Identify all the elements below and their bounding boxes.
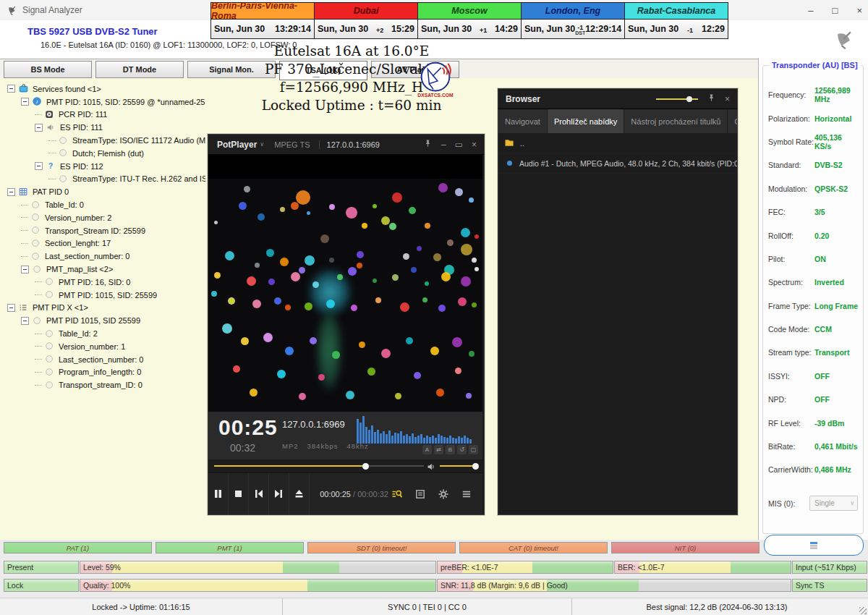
menu-button[interactable] bbox=[458, 485, 475, 503]
collapse-icon[interactable] bbox=[35, 124, 43, 132]
video-dot bbox=[373, 279, 377, 283]
signal-bar: Present bbox=[4, 561, 79, 574]
tree-item[interactable]: PMT PID: 16, SID: 0 bbox=[6, 276, 205, 289]
tree-item[interactable]: StreamType: ISO/IEC 11172 Audio (MPEG-1)… bbox=[6, 134, 205, 147]
tree-item[interactable]: Transport_stream_ID: 0 bbox=[6, 378, 205, 391]
minimize-button[interactable]: – bbox=[441, 140, 446, 150]
resize-grip[interactable] bbox=[859, 607, 867, 614]
browser-tab[interactable]: Navigovat bbox=[498, 109, 548, 133]
video-dot bbox=[274, 297, 281, 305]
tree-item[interactable]: Version_number: 2 bbox=[6, 211, 205, 224]
browser-tab[interactable]: Prohlížeč nabídky bbox=[548, 109, 624, 133]
playlist-button[interactable] bbox=[412, 485, 429, 503]
browser-item[interactable]: Audio #1 - Dutch, MPEG Audio, 48.0 kHz, … bbox=[498, 153, 737, 174]
tree-item[interactable]: Table_Id: 2 bbox=[6, 327, 205, 340]
collapse-icon[interactable] bbox=[21, 317, 29, 325]
psi-status-bars: PAT (1)PMT (1)SDT (0) timeout!CAT (0) ti… bbox=[4, 542, 760, 554]
next-button[interactable] bbox=[269, 473, 289, 514]
video-dot bbox=[244, 186, 250, 192]
dot-icon bbox=[44, 328, 55, 339]
browser-tab[interactable]: Nástroj procházení titulků bbox=[624, 109, 728, 133]
potplayer-titlebar[interactable]: PotPlayer ∨ MPEG TS 127.0.0.1:6969 – ▭ × bbox=[208, 135, 484, 155]
stream-url: 127.0.0.1:6969 bbox=[282, 419, 345, 430]
dot-icon bbox=[30, 200, 41, 211]
restore-button[interactable]: ▭ bbox=[455, 140, 463, 150]
stop-button[interactable] bbox=[229, 473, 249, 514]
mini-button[interactable]: ↺ bbox=[457, 445, 467, 454]
tree-item[interactable]: PMT PID: 1015, SID: 25599 bbox=[6, 289, 205, 302]
tree-item[interactable]: PCR PID: 111 bbox=[6, 109, 205, 122]
param-label: Code Mode: bbox=[768, 325, 814, 334]
browser-titlebar[interactable]: Browser × bbox=[498, 89, 737, 109]
tree-item[interactable]: ?ES PID: 112 bbox=[6, 160, 205, 173]
eject-button[interactable] bbox=[289, 473, 310, 514]
search-button[interactable] bbox=[388, 485, 406, 503]
mini-button[interactable]: ▢ bbox=[469, 445, 478, 454]
mini-button[interactable]: ⇄ bbox=[434, 445, 443, 454]
tree-item[interactable]: Dutch; Flemish (dut) bbox=[6, 147, 205, 160]
video-dot bbox=[277, 370, 286, 378]
gear-button[interactable] bbox=[435, 485, 452, 503]
clock-city: Berlin-Paris-Vienna-Roma bbox=[211, 3, 314, 20]
close-button[interactable]: × bbox=[472, 140, 477, 150]
potplayer-menu[interactable]: PotPlayer bbox=[217, 140, 257, 150]
tree-item[interactable]: Services found <1> bbox=[6, 82, 205, 96]
video-dot bbox=[458, 297, 467, 306]
dot-icon bbox=[44, 354, 55, 365]
collapse-icon[interactable] bbox=[7, 188, 15, 196]
tree-item[interactable]: Section_lenght: 17 bbox=[6, 237, 205, 250]
dot-icon bbox=[58, 135, 69, 146]
maximize-button[interactable]: □ bbox=[833, 5, 838, 16]
tree-item[interactable]: PMT PID 1015, SID 25599 bbox=[6, 314, 205, 327]
collapse-icon[interactable] bbox=[35, 162, 43, 170]
ts-list-button[interactable] bbox=[764, 535, 864, 556]
video-dot bbox=[299, 393, 306, 400]
video-dot bbox=[305, 255, 315, 266]
tree-item[interactable]: PMT PID X <1> bbox=[6, 302, 205, 315]
pin-icon[interactable] bbox=[707, 93, 716, 105]
tab-dt-mode[interactable]: DT Mode bbox=[95, 61, 184, 78]
tree-item[interactable]: PAT PID 0 bbox=[6, 185, 205, 198]
tree-item[interactable]: Version_number: 1 bbox=[6, 340, 205, 353]
tree-item[interactable]: Transport_Stream ID: 25599 bbox=[6, 224, 205, 237]
video-dot bbox=[373, 204, 377, 208]
seek-knob[interactable] bbox=[362, 463, 369, 470]
tree-item[interactable]: Program_info_length: 0 bbox=[6, 366, 205, 379]
tab-bs-mode[interactable]: BS Mode bbox=[4, 61, 92, 78]
clock-dubai: DubaiSun, Jun 30+215:29 bbox=[315, 3, 417, 38]
collapse-icon[interactable] bbox=[7, 304, 15, 312]
volume-bar[interactable] bbox=[440, 465, 476, 467]
tree-item[interactable]: Last_section_number: 0 bbox=[6, 353, 205, 366]
collapse-icon[interactable] bbox=[21, 98, 29, 106]
minimize-button[interactable]: – bbox=[808, 5, 813, 16]
browser-window: Browser × NavigovatProhlížeč nabídkyNást… bbox=[498, 88, 738, 515]
opacity-slider[interactable] bbox=[656, 98, 698, 100]
tree-item[interactable]: Last_section_number: 0 bbox=[6, 250, 205, 263]
param-label: Polarization: bbox=[768, 114, 814, 123]
mis-select[interactable]: Single∨ bbox=[809, 496, 858, 511]
pin-icon[interactable] bbox=[423, 139, 433, 150]
collapse-icon[interactable] bbox=[21, 266, 29, 273]
tree-item[interactable]: ♪PMT PID: 1015, SID: 25599 @ *unnamed-25… bbox=[6, 96, 205, 109]
close-button[interactable]: × bbox=[725, 94, 730, 104]
tree-connector bbox=[35, 372, 42, 373]
close-button[interactable]: × bbox=[856, 5, 862, 16]
speaker-icon[interactable] bbox=[427, 462, 436, 471]
pause-button[interactable] bbox=[208, 473, 229, 514]
video-area[interactable] bbox=[208, 154, 482, 412]
tree-connector bbox=[35, 281, 42, 282]
collapse-icon[interactable] bbox=[7, 85, 15, 93]
tree-item[interactable]: ES PID: 111 bbox=[6, 121, 205, 134]
tree-item[interactable]: Table_Id: 0 bbox=[6, 198, 205, 211]
volume-knob[interactable] bbox=[472, 463, 479, 470]
browser-tabs: NavigovatProhlížeč nabídkyNástroj prochá… bbox=[498, 109, 737, 134]
prev-button[interactable] bbox=[249, 473, 269, 514]
tree-item[interactable]: StreamType: ITU-T Rec. H.262 and ISO/IEC… bbox=[6, 173, 205, 186]
browser-tab[interactable]: Online bbox=[728, 109, 737, 133]
transponder-row: CarrierWidth:0,486 MHz bbox=[763, 458, 863, 481]
seek-bar[interactable] bbox=[214, 465, 424, 467]
mini-button[interactable]: B bbox=[446, 445, 455, 454]
browser-item[interactable]: .. bbox=[498, 133, 737, 153]
tree-item[interactable]: PMT_map_list <2> bbox=[6, 263, 205, 276]
mini-button[interactable]: A bbox=[422, 445, 432, 454]
